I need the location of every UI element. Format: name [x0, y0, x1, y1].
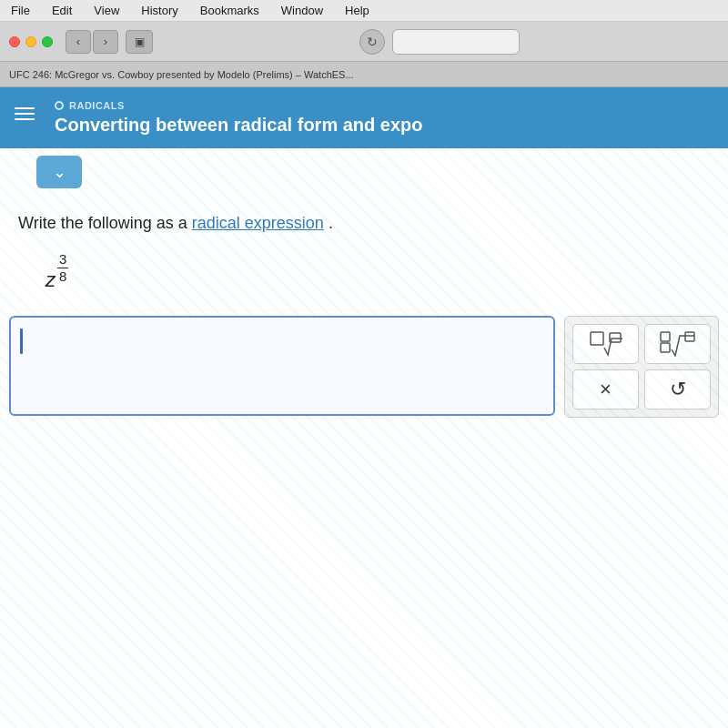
- math-expression: z 3 8: [18, 251, 710, 285]
- variable-z: z: [46, 268, 56, 292]
- lesson-tag: RADICALS: [55, 100, 423, 111]
- radical-expression-link[interactable]: radical expression: [192, 214, 324, 232]
- menu-edit[interactable]: Edit: [48, 2, 76, 19]
- menubar: File Edit View History Bookmarks Window …: [0, 0, 728, 22]
- lesson-meta: RADICALS Converting between radical form…: [55, 100, 423, 136]
- text-cursor: [20, 329, 23, 354]
- tag-circle-icon: [55, 101, 64, 110]
- address-bar[interactable]: [392, 29, 520, 55]
- undo-button[interactable]: ↺: [644, 369, 711, 410]
- sidebar-toggle-button[interactable]: ▣: [126, 30, 153, 54]
- answer-input-box[interactable]: [9, 316, 555, 416]
- problem-prefix: Write the following as a: [18, 214, 187, 232]
- refresh-button[interactable]: ↻: [359, 29, 385, 55]
- toolbar: ‹ › ▣ ↻: [0, 22, 728, 62]
- problem-suffix: .: [329, 214, 333, 232]
- svg-rect-3: [661, 343, 670, 352]
- close-button[interactable]: [9, 36, 20, 47]
- problem-area: Write the following as a radical express…: [0, 196, 728, 316]
- menu-file[interactable]: File: [7, 2, 34, 19]
- hamburger-menu[interactable]: [15, 87, 35, 120]
- lesson-header: RADICALS Converting between radical form…: [0, 87, 728, 148]
- chevron-area: ⌄: [0, 148, 728, 196]
- svg-rect-2: [661, 332, 670, 341]
- traffic-lights: [9, 36, 53, 47]
- radical-button[interactable]: [572, 324, 639, 364]
- tab-bar: UFC 246: McGregor vs. Cowboy presented b…: [0, 62, 728, 87]
- nav-buttons: ‹ ›: [66, 30, 118, 54]
- exponent-denominator: 8: [59, 268, 66, 285]
- forward-button[interactable]: ›: [93, 30, 118, 54]
- problem-text: Write the following as a radical express…: [18, 214, 710, 233]
- svg-rect-0: [591, 332, 603, 345]
- maximize-button[interactable]: [42, 36, 53, 47]
- back-button[interactable]: ‹: [66, 30, 91, 54]
- lesson-title: Converting between radical form and expo: [55, 115, 423, 136]
- menu-bookmarks[interactable]: Bookmarks: [197, 2, 263, 19]
- menu-window[interactable]: Window: [278, 2, 327, 19]
- bottom-row: × ↺: [0, 316, 728, 427]
- menu-history[interactable]: History: [137, 2, 181, 19]
- math-keyboard: × ↺: [564, 316, 719, 418]
- undo-icon: ↺: [670, 378, 686, 401]
- minimize-button[interactable]: [25, 36, 36, 47]
- tab-title[interactable]: UFC 246: McGregor vs. Cowboy presented b…: [9, 69, 354, 80]
- address-bar-area: ↻: [160, 29, 719, 55]
- multiply-icon: ×: [600, 378, 612, 401]
- fraction-exponent: 3 8: [57, 251, 68, 285]
- main-content: RADICALS Converting between radical form…: [0, 87, 728, 728]
- lesson-tag-label: RADICALS: [69, 100, 125, 111]
- exponent-numerator: 3: [57, 251, 68, 268]
- svg-rect-4: [685, 332, 694, 341]
- menu-help[interactable]: Help: [341, 2, 373, 19]
- menu-view[interactable]: View: [90, 2, 123, 19]
- chevron-down-button[interactable]: ⌄: [36, 156, 82, 188]
- multiply-button[interactable]: ×: [572, 369, 639, 410]
- nth-radical-button[interactable]: [644, 324, 711, 364]
